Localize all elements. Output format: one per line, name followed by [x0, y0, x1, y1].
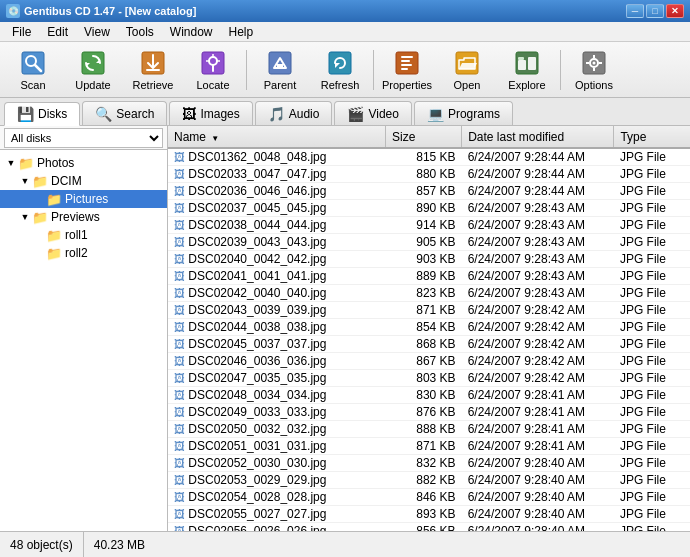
table-row[interactable]: 🖼 DSC02033_0047_047.jpg 880 KB 6/24/2007…: [168, 166, 690, 183]
status-count-label: 48 object(s): [10, 538, 73, 552]
folder-icon-dcim: 📁: [32, 174, 48, 189]
tab-audio[interactable]: 🎵 Audio: [255, 101, 333, 125]
table-row[interactable]: 🖼 DSC02054_0028_028.jpg 846 KB 6/24/2007…: [168, 489, 690, 506]
table-row[interactable]: 🖼 DSC02046_0036_036.jpg 867 KB 6/24/2007…: [168, 353, 690, 370]
images-tab-icon: 🖼: [182, 106, 196, 122]
properties-button[interactable]: Properties: [378, 45, 436, 95]
svg-rect-24: [518, 60, 526, 70]
tab-programs[interactable]: 💻 Programs: [414, 101, 513, 125]
maximize-button[interactable]: □: [646, 4, 664, 18]
file-icon: 🖼: [174, 338, 185, 350]
parent-button[interactable]: Parent: [251, 45, 309, 95]
menu-help[interactable]: Help: [221, 23, 262, 41]
tree-item-previews[interactable]: ▼ 📁 Previews: [0, 208, 167, 226]
col-header-size[interactable]: Size: [386, 126, 462, 148]
file-icon: 🖼: [174, 168, 185, 180]
file-icon: 🖼: [174, 236, 185, 248]
file-date: 6/24/2007 9:28:40 AM: [462, 472, 614, 489]
table-row[interactable]: 🖼 DSC02042_0040_040.jpg 823 KB 6/24/2007…: [168, 285, 690, 302]
menu-tools[interactable]: Tools: [118, 23, 162, 41]
disk-dropdown[interactable]: All disks: [4, 128, 163, 148]
file-name: 🖼 DSC02036_0046_046.jpg: [168, 183, 386, 200]
programs-tab-icon: 💻: [427, 106, 444, 122]
table-row[interactable]: 🖼 DSC02039_0043_043.jpg 905 KB 6/24/2007…: [168, 234, 690, 251]
table-row[interactable]: 🖼 DSC02041_0041_041.jpg 889 KB 6/24/2007…: [168, 268, 690, 285]
tree-item-pictures[interactable]: ▶ 📁 Pictures: [0, 190, 167, 208]
options-button[interactable]: Options: [565, 45, 623, 95]
file-icon: 🖼: [174, 287, 185, 299]
file-name: 🖼 DSC02053_0029_029.jpg: [168, 472, 386, 489]
file-name: 🖼 DSC02048_0034_034.jpg: [168, 387, 386, 404]
update-label: Update: [75, 79, 110, 91]
table-row[interactable]: 🖼 DSC02048_0034_034.jpg 830 KB 6/24/2007…: [168, 387, 690, 404]
menu-window[interactable]: Window: [162, 23, 221, 41]
table-row[interactable]: 🖼 DSC02044_0038_038.jpg 854 KB 6/24/2007…: [168, 319, 690, 336]
tab-video[interactable]: 🎬 Video: [334, 101, 411, 125]
tree-item-roll1[interactable]: ▶ 📁 roll1: [0, 226, 167, 244]
file-icon: 🖼: [174, 457, 185, 469]
file-type: JPG File: [614, 421, 690, 438]
options-label: Options: [575, 79, 613, 91]
file-size: 823 KB: [386, 285, 462, 302]
table-row[interactable]: 🖼 DSC02052_0030_030.jpg 832 KB 6/24/2007…: [168, 455, 690, 472]
locate-button[interactable]: Locate: [184, 45, 242, 95]
file-type: JPG File: [614, 200, 690, 217]
tab-disks[interactable]: 💾 Disks: [4, 102, 80, 126]
col-header-date[interactable]: Date last modified: [462, 126, 614, 148]
file-size: 890 KB: [386, 200, 462, 217]
expand-previews[interactable]: ▼: [18, 210, 32, 224]
video-tab-icon: 🎬: [347, 106, 364, 122]
table-row[interactable]: 🖼 DSC02045_0037_037.jpg 868 KB 6/24/2007…: [168, 336, 690, 353]
retrieve-button[interactable]: Retrieve: [124, 45, 182, 95]
open-icon: [453, 49, 481, 77]
tab-images[interactable]: 🖼 Images: [169, 101, 252, 125]
table-row[interactable]: 🖼 DSC01362_0048_048.jpg 815 KB 6/24/2007…: [168, 148, 690, 166]
table-row[interactable]: 🖼 DSC02055_0027_027.jpg 893 KB 6/24/2007…: [168, 506, 690, 523]
file-icon: 🖼: [174, 185, 185, 197]
col-header-name[interactable]: Name ▼: [168, 126, 386, 148]
file-date: 6/24/2007 9:28:41 AM: [462, 421, 614, 438]
file-date: 6/24/2007 9:28:44 AM: [462, 148, 614, 166]
file-table-scroll[interactable]: Name ▼ Size Date last modified Type: [168, 126, 690, 531]
menu-file[interactable]: File: [4, 23, 39, 41]
file-icon: 🖼: [174, 491, 185, 503]
table-row[interactable]: 🖼 DSC02049_0033_033.jpg 876 KB 6/24/2007…: [168, 404, 690, 421]
table-row[interactable]: 🖼 DSC02043_0039_039.jpg 871 KB 6/24/2007…: [168, 302, 690, 319]
tree-label-pictures: Pictures: [65, 192, 108, 206]
update-button[interactable]: Update: [64, 45, 122, 95]
explore-button[interactable]: Explore: [498, 45, 556, 95]
table-row[interactable]: 🖼 DSC02040_0042_042.jpg 903 KB 6/24/2007…: [168, 251, 690, 268]
file-date: 6/24/2007 9:28:42 AM: [462, 336, 614, 353]
refresh-button[interactable]: Refresh: [311, 45, 369, 95]
status-bar: 48 object(s) 40.23 MB: [0, 531, 690, 557]
tree-item-photos[interactable]: ▼ 📁 Photos: [0, 154, 167, 172]
table-row[interactable]: 🖼 DSC02050_0032_032.jpg 888 KB 6/24/2007…: [168, 421, 690, 438]
file-type: JPG File: [614, 285, 690, 302]
tree-item-roll2[interactable]: ▶ 📁 roll2: [0, 244, 167, 262]
scan-button[interactable]: Scan: [4, 45, 62, 95]
table-row[interactable]: 🖼 DSC02056_0026_026.jpg 856 KB 6/24/2007…: [168, 523, 690, 532]
tab-search[interactable]: 🔍 Search: [82, 101, 167, 125]
file-date: 6/24/2007 9:28:44 AM: [462, 183, 614, 200]
col-header-type[interactable]: Type: [614, 126, 690, 148]
menu-edit[interactable]: Edit: [39, 23, 76, 41]
tree-item-dcim[interactable]: ▼ 📁 DCIM: [0, 172, 167, 190]
minimize-button[interactable]: ─: [626, 4, 644, 18]
svg-rect-7: [146, 69, 160, 71]
open-button[interactable]: Open: [438, 45, 496, 95]
table-row[interactable]: 🖼 DSC02038_0044_044.jpg 914 KB 6/24/2007…: [168, 217, 690, 234]
menu-view[interactable]: View: [76, 23, 118, 41]
table-row[interactable]: 🖼 DSC02053_0029_029.jpg 882 KB 6/24/2007…: [168, 472, 690, 489]
file-name: 🖼 DSC02055_0027_027.jpg: [168, 506, 386, 523]
locate-icon: [199, 49, 227, 77]
close-button[interactable]: ✕: [666, 4, 684, 18]
table-row[interactable]: 🖼 DSC02036_0046_046.jpg 857 KB 6/24/2007…: [168, 183, 690, 200]
tab-audio-label: Audio: [289, 107, 320, 121]
table-row[interactable]: 🖼 DSC02047_0035_035.jpg 803 KB 6/24/2007…: [168, 370, 690, 387]
file-icon: 🖼: [174, 270, 185, 282]
file-date: 6/24/2007 9:28:40 AM: [462, 455, 614, 472]
table-row[interactable]: 🖼 DSC02037_0045_045.jpg 890 KB 6/24/2007…: [168, 200, 690, 217]
table-row[interactable]: 🖼 DSC02051_0031_031.jpg 871 KB 6/24/2007…: [168, 438, 690, 455]
expand-dcim[interactable]: ▼: [18, 174, 32, 188]
expand-photos[interactable]: ▼: [4, 156, 18, 170]
